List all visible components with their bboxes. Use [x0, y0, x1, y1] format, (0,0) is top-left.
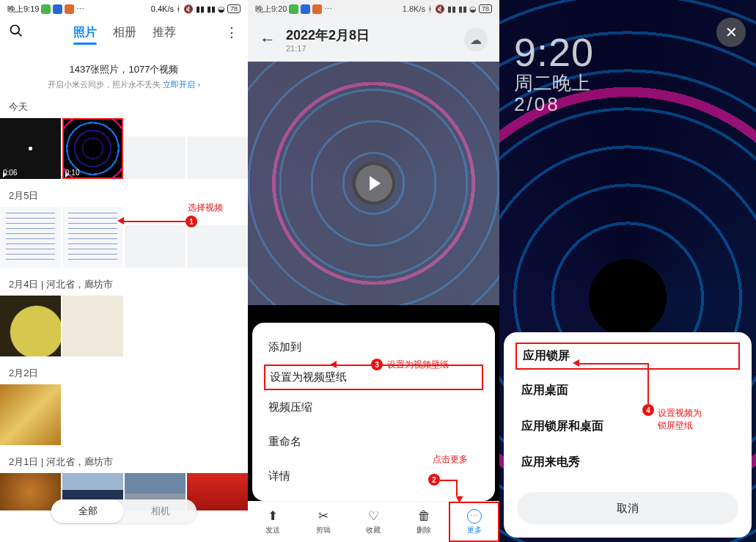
detail-time: 21:17: [286, 44, 370, 53]
toolbar-delete[interactable]: 🗑 删除: [399, 502, 449, 542]
annotation-line: [440, 480, 456, 481]
svg-point-0: [11, 25, 20, 34]
gallery-topbar: 照片 相册 推荐 ⋮: [0, 16, 248, 48]
annotation-arrow: [117, 217, 124, 224]
thumb-image[interactable]: [187, 118, 248, 179]
annotation-line: [334, 365, 371, 366]
annotation-arrow: [456, 497, 463, 503]
annotation-arrow: [330, 361, 337, 368]
svg-line-1: [18, 32, 22, 36]
apply-homescreen[interactable]: 应用桌面: [504, 373, 752, 409]
annotation-arrow: [573, 359, 579, 367]
apply-both[interactable]: 应用锁屏和桌面: [504, 409, 752, 444]
panel-apply-wallpaper: 9:20 周二晚上 2/08 ✕ 应用锁屏 应用桌面 应用锁屏和桌面 应用来电秀…: [499, 0, 756, 542]
play-button[interactable]: [356, 165, 392, 202]
heart-icon: ♡: [368, 508, 379, 524]
thumb-image[interactable]: [62, 296, 123, 356]
video-duration: 0:06: [3, 169, 17, 177]
toolbar-label: 更多: [467, 525, 482, 535]
toolbar-favorite[interactable]: ♡ 收藏: [348, 502, 399, 542]
annotation-text-4a: 设置视频为: [658, 407, 702, 420]
annotation-line: [124, 221, 186, 222]
thumb-video-selected[interactable]: 0:10: [62, 118, 123, 179]
section-feb2: 2月2日: [0, 356, 248, 384]
share-icon: ⬆: [268, 508, 278, 524]
scissors-icon: ✂: [318, 508, 329, 524]
signal-icon: ▮▮: [447, 4, 456, 14]
toolbar-label: 发送: [265, 525, 280, 535]
toolbar-send[interactable]: ⬆ 发送: [248, 502, 298, 542]
close-button[interactable]: ✕: [716, 18, 746, 47]
thumb-image[interactable]: [125, 118, 186, 179]
thumb-image[interactable]: [125, 207, 186, 268]
battery-indicator: 78: [479, 4, 492, 13]
toolbar-cut[interactable]: ✂ 剪辑: [298, 502, 349, 542]
detail-header: ← 2022年2月8日 21:17 ☁: [248, 16, 499, 62]
status-bar: 晚上9:20 ⋯ 1.8K/s ᚼ 🔇 ▮▮ ▮▮ ◒ 78: [248, 0, 499, 16]
annotation-badge-1: 1: [186, 216, 197, 227]
thumb-image[interactable]: [0, 384, 61, 445]
signal-icon: ▮▮: [196, 4, 205, 14]
annotation-badge-4: 4: [642, 404, 654, 416]
bluetooth-icon: ᚼ: [176, 4, 181, 13]
detail-toolbar: ⬆ 发送 ✂ 剪辑 ♡ 收藏 🗑 删除 ⋯ 更多: [248, 501, 499, 542]
net-speed: 0.4K/s: [151, 4, 174, 13]
tab-albums[interactable]: 相册: [113, 25, 136, 40]
thumb-image[interactable]: [0, 296, 61, 356]
more-menu-sheet: 添加到 设置为视频壁纸 视频压缩 重命名 详情: [252, 323, 495, 501]
mute-icon: 🔇: [435, 4, 445, 14]
thumb-image[interactable]: [187, 207, 248, 268]
back-icon[interactable]: ←: [260, 30, 276, 49]
tab-photos[interactable]: 照片: [73, 25, 97, 40]
signal-icon: ▮▮: [458, 4, 467, 14]
section-feb4: 2月4日 | 河北省，廊坊市: [0, 268, 248, 296]
mute-icon: 🔇: [183, 4, 194, 14]
cloud-sync-icon[interactable]: ☁: [464, 28, 488, 51]
apply-lockscreen[interactable]: 应用锁屏: [515, 343, 740, 370]
video-preview[interactable]: [248, 62, 499, 305]
menu-compress[interactable]: 视频压缩: [252, 390, 495, 425]
tab-recommend[interactable]: 推荐: [153, 25, 176, 40]
status-time: 晚上9:20: [255, 4, 287, 15]
thumb-image[interactable]: [62, 207, 123, 268]
filter-camera[interactable]: 相机: [124, 499, 197, 523]
annotation-text-2: 点击更多: [433, 453, 468, 466]
battery-indicator: 78: [227, 4, 241, 13]
thumb-image[interactable]: [0, 207, 61, 268]
app-icon: [301, 4, 310, 14]
section-feb1: 2月1日 | 河北省，廊坊市: [0, 445, 248, 473]
lock-date-short: 2/08: [514, 93, 594, 116]
app-icon: [65, 4, 74, 14]
lock-time: 9:20: [514, 32, 594, 72]
thumb-image[interactable]: [0, 473, 61, 510]
annotation-line: [456, 480, 458, 496]
thumb-video[interactable]: 0:06: [0, 118, 61, 179]
bottom-filter: 全部 相机: [51, 499, 197, 523]
more-icon: ⋯: [324, 4, 332, 14]
annotation-badge-2: 2: [428, 474, 440, 486]
panel-gallery: 晚上9:19 ⋯ 0.4K/s ᚼ 🔇 ▮▮ ▮▮ ◒ 78 照片 相册 推荐 …: [0, 0, 248, 542]
signal-icon: ▮▮: [207, 4, 216, 14]
annotation-text-4b: 锁屏壁纸: [658, 420, 693, 432]
filter-all[interactable]: 全部: [51, 499, 124, 523]
app-icon: [312, 4, 322, 14]
lockscreen-clock: 9:20 周二晚上 2/08: [514, 32, 594, 116]
wechat-icon: [41, 4, 51, 14]
annotation-text-1: 选择视频: [188, 202, 223, 214]
status-time: 晚上9:19: [7, 4, 39, 15]
section-today: 今天: [0, 90, 248, 118]
toolbar-more[interactable]: ⋯ 更多: [449, 502, 499, 542]
annotation-line: [647, 363, 649, 404]
more-icon: ⋯: [76, 4, 84, 14]
sync-hint: 开启小米云同步，照片永不丢失 立即开启: [0, 79, 248, 90]
toolbar-label: 删除: [416, 525, 431, 535]
search-icon[interactable]: [9, 23, 23, 42]
annotation-text-3: 设置为视频壁纸: [387, 359, 449, 371]
sync-enable-link[interactable]: 立即开启: [163, 80, 200, 89]
apply-callshow[interactable]: 应用来电秀: [504, 444, 752, 480]
wifi-icon: ◒: [218, 4, 225, 14]
app-icon: [53, 4, 62, 14]
overflow-icon[interactable]: ⋮: [225, 24, 239, 40]
more-icon: ⋯: [467, 509, 482, 524]
cancel-button[interactable]: 取消: [517, 492, 738, 524]
